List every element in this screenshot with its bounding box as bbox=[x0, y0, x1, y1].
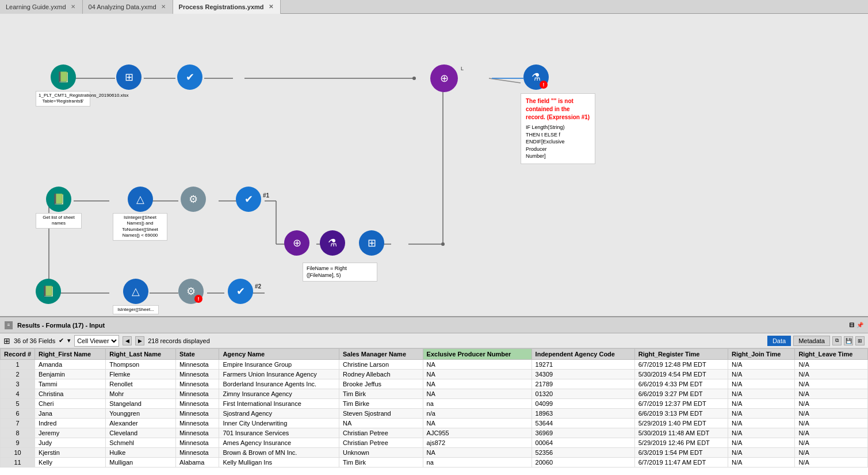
table-cell: N/A bbox=[728, 419, 794, 428]
formula-bot-label: IsInteger([Sheet... bbox=[113, 305, 159, 314]
error-badge: ! bbox=[540, 81, 548, 89]
results-header: ≡ Results - Formula (17) - Input ⊟ 📌 bbox=[0, 317, 868, 333]
table-cell: Unknown bbox=[339, 448, 423, 458]
tab-close-process[interactable]: ✕ bbox=[267, 3, 274, 10]
table-cell: Minnesota bbox=[175, 370, 219, 379]
table-cell: Kelly Mulligan Ins bbox=[219, 458, 339, 468]
node-formula-mid[interactable]: △ IsInteger([SheetNames]) andToNumber([S… bbox=[113, 187, 167, 241]
table-cell: 5/30/2019 11:48 AM EDT bbox=[634, 428, 728, 438]
col-right-first: Right_First Name bbox=[35, 349, 106, 360]
node-flask[interactable]: ⚗ bbox=[320, 230, 345, 256]
table-cell: Christina bbox=[35, 389, 106, 399]
table-cell: Jeremy bbox=[35, 428, 106, 438]
table-row: 2BenjaminFlemkeMinnesotaFarmers Union In… bbox=[1, 370, 868, 379]
tab-process-registrations[interactable]: Process Registrations.yxmd ✕ bbox=[173, 0, 281, 14]
node-join[interactable]: ⊕ L bbox=[430, 64, 458, 92]
table-cell: Indred bbox=[35, 419, 106, 428]
node-filter-mid[interactable]: ⚙ bbox=[181, 187, 206, 212]
col-leave-time: Right_Leave Time bbox=[795, 349, 868, 360]
table-cell: NA bbox=[423, 448, 531, 458]
table-cell: Christine Larson bbox=[339, 360, 423, 370]
table-cell: Farmers Union Insurance Agency bbox=[219, 370, 339, 379]
table-cell: NA bbox=[423, 370, 531, 379]
formula-label-text: FileName = Right ([FileName], 5) bbox=[307, 265, 347, 278]
col-reg-time: Right_Register Time bbox=[634, 349, 728, 360]
connections-svg bbox=[0, 14, 868, 316]
col-agency: Agency Name bbox=[219, 349, 339, 360]
node-formula-bot[interactable]: △ IsInteger([Sheet... bbox=[113, 279, 159, 314]
tab-learning-guide[interactable]: Learning Guide.yxmd ✕ bbox=[0, 0, 83, 14]
table-cell: First International Insurance bbox=[219, 399, 339, 409]
results-toolbar-right: Data Metadata ⧉ 💾 ⊞ bbox=[767, 336, 865, 346]
join-l-label: L bbox=[461, 66, 464, 71]
dropdown-icon[interactable]: ▾ bbox=[67, 337, 71, 344]
table-row: 5CheriStangelandMinnesotaFirst Internati… bbox=[1, 399, 868, 409]
table-cell: N/A bbox=[795, 379, 868, 389]
table-row: 8JeremyClevelandMinnesota701 Insurance S… bbox=[1, 428, 868, 438]
expand-icon[interactable]: ⊞ bbox=[855, 336, 865, 345]
save-icon[interactable]: 💾 bbox=[844, 336, 853, 345]
table-cell: N/A bbox=[728, 379, 794, 389]
input-icon: 📗 bbox=[51, 64, 76, 90]
node-filter1[interactable]: ✔ bbox=[177, 64, 202, 90]
tab-analyzing-data[interactable]: 04 Analyzing Data.yxmd ✕ bbox=[83, 0, 173, 14]
tab-label: 04 Analyzing Data.yxmd bbox=[89, 3, 156, 10]
table-cell: 2 bbox=[1, 370, 35, 379]
table-cell: Minnesota bbox=[175, 448, 219, 458]
node-input3[interactable]: 📗 bbox=[36, 279, 61, 304]
col-excl-prod: Exclusive Producer Number bbox=[423, 349, 531, 360]
table-cell: Ames Agency Insurance bbox=[219, 438, 339, 448]
table-cell: 10 bbox=[1, 448, 35, 458]
tab-close-analyzing[interactable]: ✕ bbox=[160, 3, 167, 10]
workflow-canvas: 📗 1_PLT_CMT1_Registrations_20190610.xlsx… bbox=[0, 14, 868, 316]
table-cell: Cleveland bbox=[106, 428, 176, 438]
metadata-tab-btn[interactable]: Metadata bbox=[793, 336, 830, 346]
input2-label: Get list of sheet names bbox=[36, 213, 82, 229]
tab-label: Learning Guide.yxmd bbox=[6, 3, 66, 10]
table-cell: Minnesota bbox=[175, 419, 219, 428]
nav-prev-btn[interactable]: ◀ bbox=[123, 336, 132, 345]
results-left-icon[interactable]: ≡ bbox=[5, 321, 13, 329]
data-tab-btn[interactable]: Data bbox=[767, 336, 791, 346]
node-formula-error[interactable]: ⚗ ! bbox=[523, 64, 549, 90]
table-cell: N/A bbox=[728, 458, 794, 468]
node-select1[interactable]: ⊞ bbox=[116, 64, 142, 90]
filter-icon: ✔ bbox=[177, 64, 202, 90]
node-input2[interactable]: 📗 Get list of sheet names bbox=[36, 187, 82, 229]
table-cell: 6/6/2019 3:13 PM EDT bbox=[634, 409, 728, 419]
table-cell: 6 bbox=[1, 409, 35, 419]
record-count: 218 records displayed bbox=[148, 337, 210, 344]
table-cell: Tim Birke bbox=[339, 399, 423, 409]
warn-badge-bot: ! bbox=[194, 295, 202, 303]
collapse-icon[interactable]: ⊟ bbox=[849, 321, 854, 329]
table-cell: 19271 bbox=[531, 360, 634, 370]
node-check-bot[interactable]: ✔ bbox=[228, 279, 253, 304]
node-check-mid[interactable]: ✔ bbox=[236, 187, 261, 212]
copy-icon[interactable]: ⧉ bbox=[832, 336, 842, 345]
col-join-time: Right_Join Time bbox=[728, 349, 794, 360]
table-cell: N/A bbox=[728, 399, 794, 409]
check-icon[interactable]: ✔ bbox=[59, 337, 64, 344]
table-cell: N/A bbox=[728, 360, 794, 370]
tab-close-learning[interactable]: ✕ bbox=[70, 3, 77, 10]
node-grid-lower[interactable]: ⊞ bbox=[359, 230, 384, 256]
table-cell: Empire Insurance Group bbox=[219, 360, 339, 370]
node-filter-bot[interactable]: ⚙ ! bbox=[178, 279, 204, 304]
data-table-container[interactable]: Record # Right_First Name Right_Last Nam… bbox=[0, 348, 868, 475]
table-cell: 5 bbox=[1, 399, 35, 409]
table-cell: Sjostrand Agency bbox=[219, 409, 339, 419]
table-cell: Minnesota bbox=[175, 399, 219, 409]
check-mid-icon: ✔ bbox=[236, 187, 261, 212]
table-cell: Mohr bbox=[106, 389, 176, 399]
node-input1[interactable]: 📗 1_PLT_CMT1_Registrations_20190610.xlsx… bbox=[36, 64, 90, 107]
pin-icon[interactable]: 📌 bbox=[856, 322, 863, 328]
table-cell: n/a bbox=[423, 409, 531, 419]
viewer-dropdown[interactable]: Cell Viewer bbox=[74, 335, 119, 347]
fields-icon[interactable]: ⊞ bbox=[3, 336, 10, 345]
table-cell: 5/30/2019 4:54 PM EDT bbox=[634, 370, 728, 379]
table-row: 10KjerstinHulkeMinnesotaBrown & Brown of… bbox=[1, 448, 868, 458]
table-cell: Inner City Underwriting bbox=[219, 419, 339, 428]
table-cell: Amanda bbox=[35, 360, 106, 370]
node-formula-lower[interactable]: ⊕ bbox=[284, 230, 309, 256]
nav-next-btn[interactable]: ▶ bbox=[135, 336, 144, 345]
